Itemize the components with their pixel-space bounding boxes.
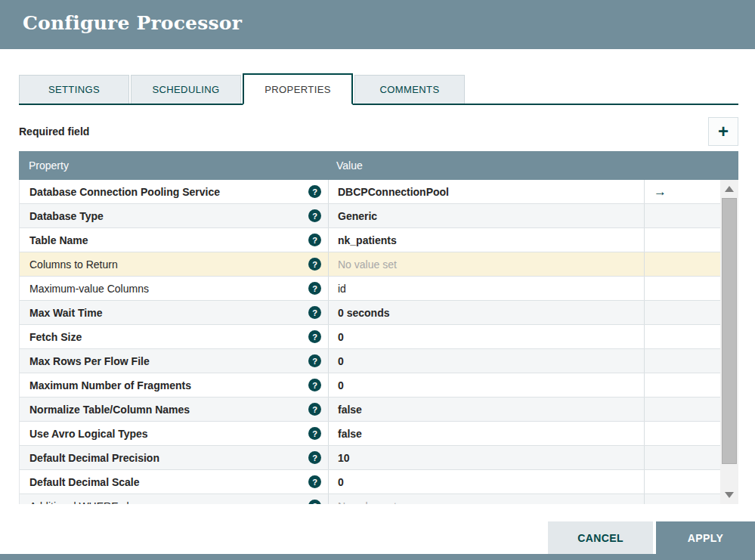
property-cell: Default Decimal Precision ? — [20, 446, 328, 469]
dialog-titlebar: Configure Processor — [0, 0, 755, 49]
property-name: Database Connection Pooling Service — [29, 186, 220, 198]
dialog-footer: CANCEL APPLY — [548, 521, 755, 554]
help-icon[interactable]: ? — [308, 427, 321, 440]
property-cell: Database Type ? — [20, 204, 328, 227]
property-value[interactable]: id — [328, 277, 644, 300]
help-icon[interactable]: ? — [308, 500, 321, 504]
dialog-title: Configure Processor — [23, 12, 755, 34]
property-name: Maximum Number of Fragments — [29, 379, 191, 391]
property-cell: Max Wait Time ? — [20, 301, 328, 324]
property-value[interactable]: 0 — [328, 373, 644, 397]
property-cell: Normalize Table/Column Names ? — [20, 398, 328, 421]
tab-properties[interactable]: PROPERTIES — [243, 73, 353, 105]
property-row[interactable]: Table Name ? nk_patients — [20, 228, 720, 252]
property-name: Use Avro Logical Types — [29, 428, 148, 440]
property-name: Columns to Return — [29, 258, 118, 271]
property-cell: Maximum-value Columns ? — [20, 277, 328, 300]
property-row[interactable]: Default Decimal Scale ? 0 — [20, 470, 720, 494]
property-name: Database Type — [29, 210, 104, 222]
plus-icon: + — [718, 121, 729, 141]
property-row[interactable]: Fetch Size ? 0 — [20, 325, 720, 349]
tab-settings[interactable]: SETTINGS — [19, 75, 129, 104]
row-actions — [644, 277, 720, 300]
row-actions — [644, 446, 720, 469]
tab-bar: SETTINGS SCHEDULING PROPERTIES COMMENTS — [19, 73, 738, 105]
property-row[interactable]: Columns to Return ? No value set — [20, 252, 720, 277]
property-cell: Fetch Size ? — [20, 325, 328, 348]
property-name: Default Decimal Precision — [29, 452, 159, 464]
property-value[interactable]: 0 — [328, 325, 644, 348]
row-actions — [644, 301, 720, 324]
table-rows: Database Connection Pooling Service ? DB… — [20, 180, 720, 504]
property-row[interactable]: Database Connection Pooling Service ? DB… — [20, 180, 720, 204]
scrollbar[interactable] — [720, 180, 738, 504]
tab-comments[interactable]: COMMENTS — [354, 75, 465, 104]
row-actions — [644, 228, 720, 252]
help-icon[interactable]: ? — [308, 403, 321, 416]
property-value[interactable]: 10 — [328, 446, 644, 469]
help-icon[interactable]: ? — [308, 282, 321, 295]
property-row[interactable]: Normalize Table/Column Names ? false — [20, 398, 720, 422]
property-value[interactable]: DBCPConnectionPool — [328, 180, 644, 203]
row-actions — [644, 204, 720, 227]
property-cell: Table Name ? — [20, 228, 328, 252]
apply-button[interactable]: APPLY — [656, 521, 755, 554]
help-icon[interactable]: ? — [308, 330, 321, 343]
property-row[interactable]: Use Avro Logical Types ? false — [20, 422, 720, 446]
property-cell: Columns to Return ? — [20, 252, 328, 276]
row-actions — [644, 494, 720, 504]
property-value[interactable]: false — [328, 422, 644, 445]
cancel-button[interactable]: CANCEL — [548, 521, 653, 554]
properties-toolbar: Required field + — [19, 116, 738, 147]
properties-table: Property Value Database Connection Pooli… — [19, 151, 738, 504]
row-actions — [644, 373, 720, 397]
help-icon[interactable]: ? — [308, 234, 321, 246]
help-icon[interactable]: ? — [308, 475, 321, 488]
new-property-button[interactable]: + — [708, 117, 738, 146]
configure-processor-dialog: Configure Processor SETTINGS SCHEDULING … — [0, 0, 755, 560]
scroll-up-button[interactable] — [720, 181, 738, 196]
help-icon[interactable]: ? — [308, 379, 321, 391]
property-value[interactable]: 0 — [328, 470, 644, 493]
property-value[interactable]: 0 seconds — [328, 301, 644, 324]
help-icon[interactable]: ? — [308, 185, 321, 198]
help-icon[interactable]: ? — [308, 354, 321, 367]
scroll-down-button[interactable] — [720, 487, 738, 503]
help-icon[interactable]: ? — [308, 451, 321, 464]
dialog-content: SETTINGS SCHEDULING PROPERTIES COMMENTS … — [0, 73, 755, 504]
property-row[interactable]: Database Type ? Generic — [20, 204, 720, 228]
property-value[interactable]: No value set — [328, 494, 644, 504]
property-cell: Max Rows Per Flow File ? — [20, 349, 328, 373]
property-cell: Use Avro Logical Types ? — [20, 422, 328, 445]
property-row[interactable]: Additional WHERE clause ? No value set — [20, 494, 720, 504]
property-row[interactable]: Max Rows Per Flow File ? 0 — [20, 349, 720, 373]
column-header-property: Property — [19, 159, 327, 172]
property-row[interactable]: Max Wait Time ? 0 seconds — [20, 301, 720, 325]
row-actions — [644, 398, 720, 421]
help-icon[interactable]: ? — [308, 209, 321, 222]
help-icon[interactable]: ? — [308, 306, 321, 319]
help-icon[interactable]: ? — [308, 258, 321, 271]
table-body: Database Connection Pooling Service ? DB… — [19, 180, 738, 504]
property-name: Max Rows Per Flow File — [29, 355, 150, 367]
property-name: Fetch Size — [29, 331, 82, 343]
row-actions — [644, 422, 720, 445]
property-value[interactable]: 0 — [328, 349, 644, 373]
property-name: Additional WHERE clause — [29, 500, 152, 505]
property-name: Max Wait Time — [29, 307, 102, 319]
property-row[interactable]: Maximum-value Columns ? id — [20, 277, 720, 301]
property-cell: Default Decimal Scale ? — [20, 470, 328, 493]
property-row[interactable]: Default Decimal Precision ? 10 — [20, 446, 720, 470]
required-field-label: Required field — [19, 125, 89, 138]
property-row[interactable]: Maximum Number of Fragments ? 0 — [20, 373, 720, 398]
property-value[interactable]: Generic — [328, 204, 644, 227]
go-to-controller-service-icon[interactable]: → — [654, 184, 667, 200]
row-actions: → — [644, 180, 720, 203]
scroll-thumb[interactable] — [722, 198, 737, 464]
property-value[interactable]: false — [328, 398, 644, 421]
tab-scheduling[interactable]: SCHEDULING — [131, 75, 241, 104]
arrow-up-icon — [725, 186, 734, 192]
property-value[interactable]: No value set — [328, 252, 644, 276]
row-actions — [644, 349, 720, 373]
property-value[interactable]: nk_patients — [328, 228, 644, 252]
